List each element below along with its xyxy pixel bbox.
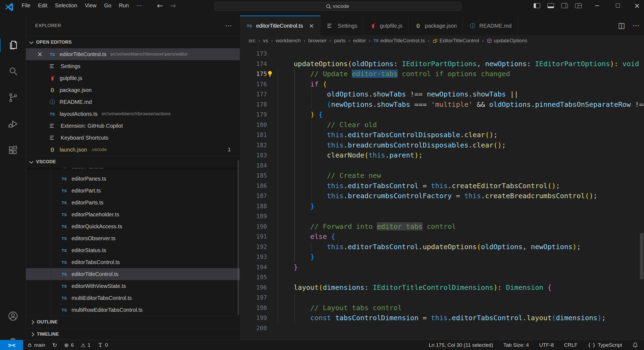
statusbar-warnings[interactable]: ⚠1: [81, 342, 91, 348]
code-line[interactable]: 191 else {: [240, 232, 644, 242]
menu-item-more[interactable]: ⋯: [133, 0, 146, 11]
code-line[interactable]: 184: [240, 160, 644, 171]
code-line[interactable]: 183 clearNode(this.parent);: [240, 150, 644, 160]
tree-row[interactable]: TSeditorTabsControl.ts: [26, 256, 240, 268]
customize-layout-button[interactable]: [571, 0, 585, 11]
outline-section-header[interactable]: OUTLINE: [26, 316, 240, 328]
breadcrumb-item[interactable]: browser: [308, 38, 327, 44]
code-line[interactable]: 194 }: [240, 262, 644, 272]
breadcrumb-item[interactable]: src: [249, 38, 255, 44]
tree-row[interactable]: TSmultiRowEditorTabsControl.ts: [26, 304, 240, 316]
project-section-header[interactable]: VSCODE: [26, 156, 240, 168]
statusbar-eol[interactable]: CRLF: [564, 342, 578, 348]
code-line[interactable]: 197: [240, 293, 644, 303]
statusbar-tab-size[interactable]: Tab Size: 4: [503, 342, 529, 348]
code-line[interactable]: 188 }: [240, 201, 644, 211]
breadcrumb-item[interactable]: workbench: [276, 38, 301, 44]
statusbar-sync[interactable]: ↻: [52, 342, 57, 348]
breadcrumb-item[interactable]: parts: [334, 38, 346, 44]
tree-row[interactable]: TSeditorParts.ts: [26, 197, 240, 208]
more-actions-icon[interactable]: ⋯: [633, 21, 640, 30]
code-line[interactable]: 187 this.breadcrumbsControlFactory = thi…: [240, 191, 644, 201]
code-line[interactable]: 196 layout(dimensions: IEditorTitleContr…: [240, 282, 644, 293]
open-editor-row[interactable]: Settings: [26, 60, 240, 72]
code-line[interactable]: 186 this.editorTabsControl = this.create…: [240, 181, 644, 191]
code-line[interactable]: 178 (newOptions.showTabs === 'multiple' …: [240, 99, 644, 110]
tab-package-json[interactable]: {}package.json: [409, 15, 463, 35]
statusbar-ports[interactable]: 0: [98, 342, 108, 348]
tab-editortitlecontrol-ts[interactable]: TSeditorTitleControl.ts×: [240, 15, 320, 35]
tab-settings[interactable]: Settings: [320, 15, 363, 35]
breadcrumb-item[interactable]: vs: [263, 38, 268, 44]
menu-item-file[interactable]: File: [18, 0, 34, 11]
menu-item-selection[interactable]: Selection: [51, 0, 81, 11]
code-line[interactable]: 192 this.editorTabsControl.updateOptions…: [240, 242, 644, 252]
statusbar-language-mode[interactable]: { }TypeScript: [588, 342, 622, 348]
code-line[interactable]: 180 // Clear old: [240, 120, 644, 130]
activity-run-debug[interactable]: [0, 117, 26, 131]
toggle-secondary-sidebar-button[interactable]: [558, 0, 571, 11]
open-editor-row[interactable]: {}package.json: [26, 84, 240, 96]
activity-explorer[interactable]: [0, 38, 26, 52]
tab-readme-md[interactable]: ⓘREADME.md: [463, 15, 518, 35]
code-line[interactable]: 177 oldOptions.showTabs !== newOptions.s…: [240, 89, 644, 99]
code-line[interactable]: 176 if (: [240, 79, 644, 89]
open-editor-row[interactable]: gulpfile.js: [26, 72, 240, 84]
open-editor-row[interactable]: ×TSeditorTitleControl.tssrc\vs\workbench…: [26, 48, 240, 60]
open-editor-row[interactable]: Extension: GitHub Copilot: [26, 120, 240, 132]
breadcrumb-item[interactable]: updateOptions: [487, 38, 527, 44]
minimize-button[interactable]: [590, 0, 604, 11]
code-line[interactable]: 198 // Layout tabs control: [240, 303, 644, 313]
activity-search[interactable]: [0, 65, 26, 78]
timeline-section-header[interactable]: TIMELINE: [26, 328, 240, 340]
activity-account[interactable]: [0, 309, 26, 323]
explorer-more-actions-icon[interactable]: ⋯: [225, 22, 232, 30]
forward-arrow-icon[interactable]: →: [170, 2, 176, 10]
close-tab-icon[interactable]: ×: [309, 22, 314, 29]
open-editor-row[interactable]: ⓘREADME.md: [26, 96, 240, 108]
code-line[interactable]: 174 updateOptions(oldOptions: IEditorPar…: [240, 59, 644, 69]
code-line[interactable]: 185 // Create new: [240, 171, 644, 181]
menu-item-go[interactable]: Go: [100, 0, 115, 11]
code-editor[interactable]: 173174 updateOptions(oldOptions: IEditor…: [240, 46, 644, 340]
close-window-button[interactable]: ×: [630, 0, 644, 11]
breadcrumb-item[interactable]: TSeditorTitleControl.ts: [374, 38, 425, 44]
menu-item-run[interactable]: Run: [115, 0, 133, 11]
statusbar-notifications[interactable]: [632, 342, 638, 348]
menu-item-view[interactable]: View: [81, 0, 100, 11]
open-editor-row[interactable]: {}launch.json.vscode1: [26, 144, 240, 156]
code-line[interactable]: 195: [240, 272, 644, 282]
tab-gulpfile-js[interactable]: gulpfile.js: [363, 15, 408, 35]
tree-row[interactable]: TSeditorTitleControl.ts: [26, 268, 240, 280]
code-line[interactable]: 199 const tabsControlDimension = this.ed…: [240, 313, 644, 323]
remote-indicator[interactable]: ><: [0, 340, 23, 350]
code-line[interactable]: 179 ) {: [240, 110, 644, 120]
code-line[interactable]: 193 }: [240, 252, 644, 262]
code-line[interactable]: 190 // Forward into editor tabs control: [240, 221, 644, 232]
toggle-primary-sidebar-button[interactable]: [530, 0, 544, 11]
code-line[interactable]: 173: [240, 49, 644, 59]
statusbar-errors[interactable]: ⊗6: [64, 342, 74, 348]
open-editor-row[interactable]: Keyboard Shortcuts: [26, 132, 240, 144]
toggle-panel-button[interactable]: [544, 0, 558, 11]
editor-scrollbar[interactable]: [640, 233, 643, 279]
code-line[interactable]: 189: [240, 211, 644, 221]
tree-row[interactable]: TSeditorsObserver.ts: [26, 232, 240, 244]
statusbar-cursor-position[interactable]: Ln 175, Col 30 (11 selected): [429, 342, 493, 348]
code-line[interactable]: 182 this.breadcrumbsControlDisposables.c…: [240, 140, 644, 150]
statusbar-branch[interactable]: main: [27, 342, 45, 348]
code-line[interactable]: 181 this.editorTabsControlDisposable.cle…: [240, 130, 644, 140]
code-line[interactable]: 200: [240, 323, 644, 333]
tree-row[interactable]: TSeditorWithViewState.ts: [26, 280, 240, 292]
back-arrow-icon[interactable]: ←: [157, 2, 163, 10]
command-center-search[interactable]: vscode: [214, 2, 461, 11]
lightbulb-icon[interactable]: [267, 70, 273, 78]
split-editor-icon[interactable]: ◫: [618, 21, 625, 30]
open-editor-row[interactable]: TSlayoutActions.tssrc\vs\workbench\brows…: [26, 108, 240, 120]
tree-row[interactable]: TSeditorStatus.ts: [26, 244, 240, 256]
code-line[interactable]: 175 // Update editor·tabs control if opt…: [240, 69, 644, 79]
tree-row[interactable]: TSeditorPanes.ts: [26, 173, 240, 185]
tree-row-partial[interactable]: TS editorPane.ts: [26, 168, 240, 173]
maximize-button[interactable]: [611, 0, 625, 11]
breadcrumb-item[interactable]: EditorTitleControl: [433, 38, 479, 44]
